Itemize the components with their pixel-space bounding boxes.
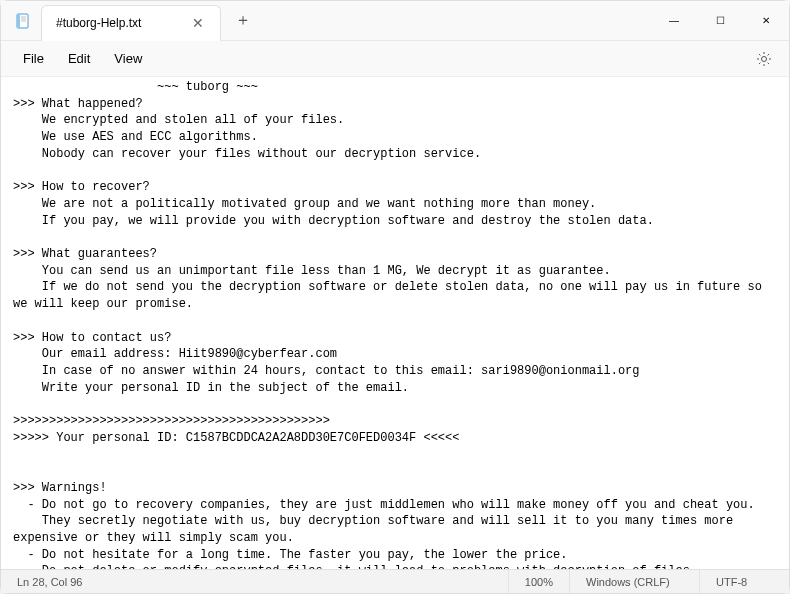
line: If you pay, we will provide you with dec… <box>13 214 654 228</box>
line: >>> How to recover? <box>13 180 150 194</box>
line: If we do not send you the decryption sof… <box>13 280 762 294</box>
status-zoom[interactable]: 100% <box>508 570 569 593</box>
notepad-window: #tuborg-Help.txt ✕ ＋ — ☐ ✕ File Edit Vie… <box>0 0 790 594</box>
menu-view[interactable]: View <box>102 45 154 72</box>
line: Write your personal ID in the subject of… <box>13 381 409 395</box>
statusbar: Ln 28, Col 96 100% Windows (CRLF) UTF-8 <box>1 569 789 593</box>
line: In case of no answer within 24 hours, co… <box>13 364 640 378</box>
line: They secretly negotiate with us, buy dec… <box>13 514 733 528</box>
new-tab-button[interactable]: ＋ <box>227 6 259 36</box>
line: >>> What happened? <box>13 97 143 111</box>
line: >>>>> Your personal ID: C1587BCDDCA2A2A8… <box>13 431 459 445</box>
gear-icon <box>756 51 772 67</box>
line: - Do not go to recovery companies, they … <box>13 498 755 512</box>
minimize-button[interactable]: — <box>651 1 697 41</box>
status-encoding[interactable]: UTF-8 <box>699 570 789 593</box>
line: We use AES and ECC algorithms. <box>13 130 258 144</box>
line: expensive or they will simply scam you. <box>13 531 294 545</box>
menubar: File Edit View <box>1 41 789 77</box>
titlebar[interactable]: #tuborg-Help.txt ✕ ＋ — ☐ ✕ <box>1 1 789 41</box>
text-content[interactable]: ~~~ tuborg ~~~ >>> What happened? We enc… <box>1 77 789 569</box>
line: Our email address: Hiit9890@cyberfear.co… <box>13 347 337 361</box>
window-controls: — ☐ ✕ <box>651 1 789 41</box>
line: >>>>>>>>>>>>>>>>>>>>>>>>>>>>>>>>>>>>>>>>… <box>13 414 330 428</box>
line: Nobody can recover your files without ou… <box>13 147 481 161</box>
svg-rect-1 <box>17 14 20 28</box>
line: - Do not hesitate for a long time. The f… <box>13 548 568 562</box>
settings-button[interactable] <box>749 44 779 74</box>
line: ~~~ tuborg ~~~ <box>13 80 258 94</box>
status-lineending[interactable]: Windows (CRLF) <box>569 570 699 593</box>
line: You can send us an unimportant file less… <box>13 264 611 278</box>
line: we will keep our promise. <box>13 297 193 311</box>
menu-file[interactable]: File <box>11 45 56 72</box>
tab-close-button[interactable]: ✕ <box>190 15 206 31</box>
maximize-button[interactable]: ☐ <box>697 1 743 41</box>
line: >>> What guarantees? <box>13 247 157 261</box>
line: We encrypted and stolen all of your file… <box>13 113 344 127</box>
close-button[interactable]: ✕ <box>743 1 789 41</box>
status-position[interactable]: Ln 28, Col 96 <box>1 570 98 593</box>
tab-title: #tuborg-Help.txt <box>56 16 190 30</box>
tab-active[interactable]: #tuborg-Help.txt ✕ <box>41 5 221 41</box>
line: We are not a politically motivated group… <box>13 197 596 211</box>
menu-edit[interactable]: Edit <box>56 45 102 72</box>
notepad-icon <box>15 13 31 29</box>
line: >>> How to contact us? <box>13 331 171 345</box>
line: >>> Warnings! <box>13 481 107 495</box>
